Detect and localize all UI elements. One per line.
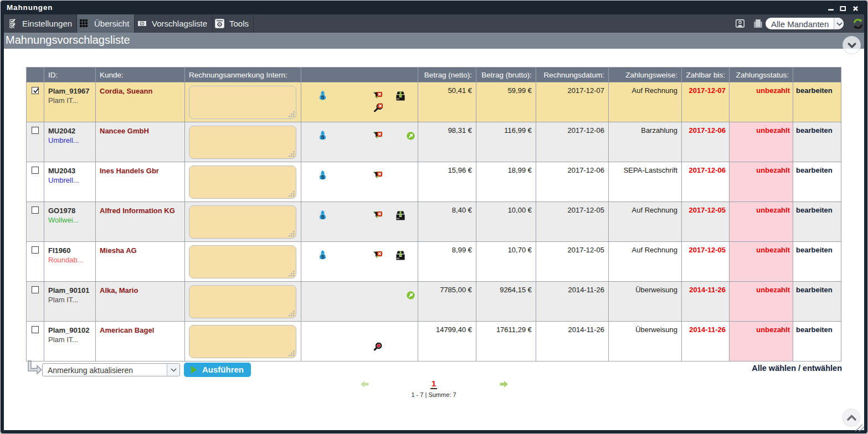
svg-text:S: S: [321, 174, 325, 180]
svg-text:S: S: [321, 254, 325, 260]
svg-text:S: S: [321, 214, 325, 220]
svg-text:S: S: [321, 95, 325, 100]
svg-text:S: S: [321, 135, 325, 140]
